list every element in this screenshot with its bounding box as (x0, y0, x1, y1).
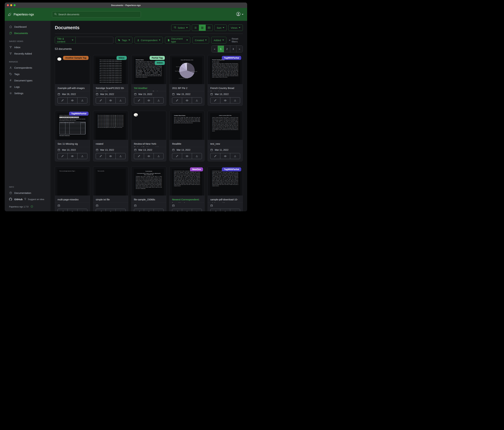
tag-badge[interactable]: TagWithPartial (222, 167, 241, 171)
pagination-page-1[interactable]: 1 (218, 46, 224, 52)
edit-button[interactable] (210, 97, 220, 103)
sidebar-item-inbox[interactable]: Inbox (5, 44, 50, 50)
download-button[interactable] (154, 97, 163, 103)
edit-button[interactable] (172, 209, 182, 211)
download-button[interactable] (230, 209, 240, 211)
zoom-window-button[interactable] (14, 4, 16, 6)
edit-button[interactable] (172, 153, 182, 159)
document-title[interactable]: Sonstige ScanPC2022 03-24_081058 (93, 84, 128, 91)
edit-button[interactable] (210, 209, 220, 211)
view-button[interactable] (68, 153, 77, 159)
download-button[interactable] (77, 97, 87, 103)
document-thumbnail[interactable]: This is a multi page document. Page 1. (55, 167, 90, 196)
sidebar-item-logs[interactable]: Logs (5, 84, 50, 90)
pagination-prev-button[interactable]: « (212, 46, 218, 52)
download-button[interactable] (192, 209, 202, 211)
view-button[interactable] (220, 209, 230, 211)
view-button[interactable] (68, 97, 77, 103)
title-content-input[interactable] (76, 37, 113, 44)
close-window-button[interactable] (7, 4, 9, 6)
sidebar-item-document-types[interactable]: # Document types (5, 77, 50, 84)
document-title[interactable]: rotated (93, 140, 128, 147)
edit-button[interactable] (172, 97, 182, 103)
view-button[interactable] (220, 153, 230, 159)
correspondent-link[interactable]: Yet Another Correspondent (134, 87, 151, 91)
download-button[interactable] (116, 153, 126, 159)
document-type-filter-button[interactable]: Document type (165, 37, 190, 44)
edit-button[interactable] (96, 209, 106, 211)
created-filter-button[interactable]: Created (192, 37, 209, 44)
document-thumbnail[interactable]: Contact Sheet DemoGiven a set of image f… (170, 111, 204, 140)
download-button[interactable] (192, 97, 202, 103)
tag-badge[interactable]: Partial Tag (150, 56, 165, 60)
document-title[interactable]: ReadMe (170, 140, 204, 147)
grid-view-button[interactable] (199, 25, 206, 31)
global-search[interactable] (52, 11, 141, 18)
edit-button[interactable] (210, 153, 220, 159)
window-titlebar[interactable]: Documents - Paperless-ngx (5, 2, 247, 8)
minimize-window-button[interactable] (10, 4, 12, 6)
sidebar-item-suggest-idea[interactable]: Suggest an idea (24, 196, 44, 202)
edit-button[interactable] (96, 97, 106, 103)
view-button[interactable] (68, 209, 77, 211)
view-button[interactable] (220, 97, 230, 103)
tag-badge[interactable]: Inbox (155, 61, 165, 65)
app-brand[interactable]: Paperless-ngx (8, 12, 52, 17)
download-button[interactable] (77, 209, 87, 211)
document-title[interactable]: Yet Another Correspondent: Testing Email (131, 84, 166, 91)
title-content-dropdown-button[interactable]: Title & content (55, 37, 76, 44)
detail-view-button[interactable] (206, 25, 213, 31)
view-button[interactable] (106, 97, 116, 103)
download-button[interactable] (116, 209, 126, 211)
view-button[interactable] (182, 153, 192, 159)
download-button[interactable] (230, 97, 240, 103)
edit-button[interactable] (134, 153, 144, 159)
document-title[interactable]: test_new (208, 140, 243, 147)
view-button[interactable] (144, 209, 154, 211)
correspondent-link[interactable]: Newest Correspondent (172, 198, 199, 201)
search-input[interactable] (58, 13, 139, 16)
document-title[interactable]: French Country Bread Revised.docx (208, 84, 243, 91)
pagination-page-3[interactable]: 3 (230, 46, 236, 52)
tag-badge[interactable]: Inbox (117, 56, 127, 60)
document-title[interactable]: multi-page-mixedxx (55, 196, 90, 203)
sidebar-item-settings[interactable]: Settings (5, 90, 50, 96)
edit-button[interactable] (134, 97, 144, 103)
select-dropdown-button[interactable]: Select (171, 25, 190, 31)
tag-badge[interactable]: Another Sample Tag (63, 56, 88, 60)
document-title[interactable]: file-sample_150kBs (131, 196, 166, 203)
document-title[interactable]: 2sample-pdf-with-images (55, 84, 90, 91)
document-thumbnail[interactable]: This is the text that appears on the fir… (93, 111, 128, 140)
sidebar-item-documents[interactable]: Documents (5, 30, 50, 36)
download-button[interactable] (230, 153, 240, 159)
document-title[interactable]: Sec 11-Missing sig (55, 140, 90, 147)
download-button[interactable] (192, 153, 202, 159)
document-title[interactable]: simple txt file (93, 196, 128, 203)
download-button[interactable] (154, 153, 163, 159)
tag-badge[interactable]: TagWithPartial (222, 56, 241, 60)
sort-dropdown-button[interactable]: Sort (215, 25, 227, 31)
download-button[interactable] (116, 97, 126, 103)
edit-button[interactable] (58, 153, 68, 159)
sidebar-item-recently-added[interactable]: Recently Added (5, 50, 50, 57)
view-button[interactable] (182, 209, 192, 211)
pagination-next-button[interactable]: » (236, 46, 243, 52)
edit-button[interactable] (58, 209, 68, 211)
view-button[interactable] (106, 153, 116, 159)
document-title[interactable]: sample-pdf-download-10-mb-longer-title (208, 196, 243, 203)
document-title[interactable]: Review-of-New-York-Federal-Petitions-art… (131, 140, 166, 147)
edit-button[interactable] (96, 153, 106, 159)
edit-button[interactable] (58, 97, 68, 103)
document-title[interactable]: Newest Correspondent: f_combineds (170, 196, 204, 203)
tags-filter-button[interactable]: Tags (116, 37, 133, 44)
view-button[interactable] (182, 97, 192, 103)
edit-button[interactable] (134, 209, 144, 211)
view-button[interactable] (144, 97, 154, 103)
views-dropdown-button[interactable]: Views (228, 25, 243, 31)
added-filter-button[interactable]: Added (211, 37, 226, 44)
sidebar-item-tags[interactable]: Tags (5, 71, 50, 77)
sidebar-item-documentation[interactable]: Documentation (5, 190, 50, 196)
sidebar-item-correspondents[interactable]: Correspondents (5, 65, 50, 71)
document-thumbnail[interactable]: This is a test file. (93, 167, 128, 196)
correspondent-filter-button[interactable]: Correspondent (135, 37, 163, 44)
